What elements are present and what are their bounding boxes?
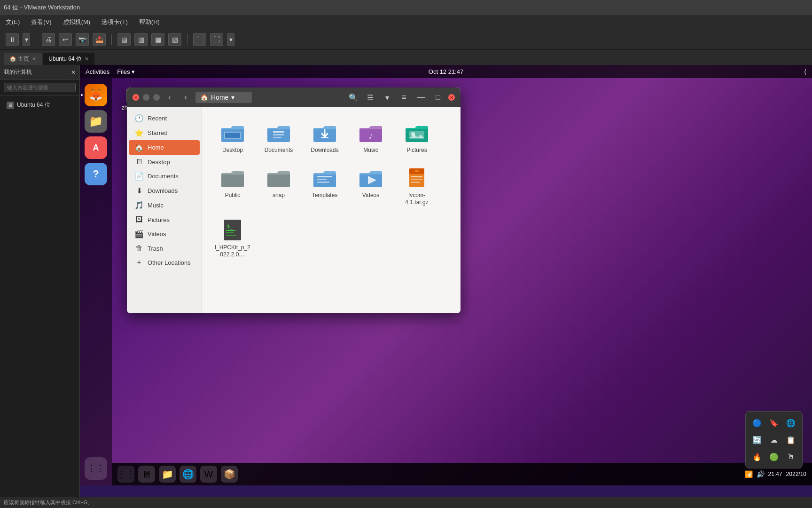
- file-item-public[interactable]: Public: [211, 162, 254, 210]
- file-item-pictures[interactable]: Pictures: [396, 117, 438, 158]
- left-panel-header: 我的计算机 ✕: [0, 65, 79, 80]
- restore-button[interactable]: 📤: [93, 33, 106, 46]
- file-item-music[interactable]: ♪ Music: [350, 117, 392, 158]
- print-button[interactable]: 🖨: [42, 33, 55, 46]
- tray-bookmark-icon[interactable]: 🔖: [766, 415, 781, 430]
- pause-button[interactable]: ⏸: [6, 33, 19, 46]
- sidebar-item-downloads[interactable]: ⬇ Downloads: [129, 183, 200, 198]
- firefox-active-dot: [81, 94, 83, 96]
- activities-button[interactable]: Activities: [86, 68, 109, 75]
- location-bar[interactable]: 🏠 Home ▾: [195, 92, 252, 103]
- sidebar-item-pictures[interactable]: 🖼 Pictures: [129, 213, 200, 227]
- menu-help[interactable]: 帮助(H): [137, 17, 162, 27]
- menu-view[interactable]: 查看(V): [29, 17, 53, 27]
- file-item-templates[interactable]: Templates: [304, 162, 346, 210]
- taskbar-browser-icon[interactable]: 🌐: [180, 466, 196, 483]
- layout3-button[interactable]: ▦: [151, 33, 164, 46]
- view-toggle-button[interactable]: ☰: [364, 91, 377, 104]
- vm-name-label: Ubuntu 64 位: [17, 101, 50, 109]
- search-button[interactable]: 🔍: [347, 91, 360, 104]
- window-minimize-button[interactable]: —: [414, 91, 428, 104]
- videos-folder-icon: [359, 166, 383, 190]
- downloads-icon: ⬇: [134, 186, 144, 195]
- menu-file[interactable]: 文(E): [4, 17, 22, 27]
- file-item-documents[interactable]: Documents: [258, 117, 300, 158]
- taskbar-app-icon[interactable]: 📦: [221, 466, 238, 483]
- dock-icon-appstore[interactable]: A: [85, 136, 107, 159]
- sidebar-item-music[interactable]: 🎵 Music: [129, 198, 200, 213]
- layout2-button[interactable]: ▥: [134, 33, 148, 46]
- vmware-menubar: 文(E) 查看(V) 虚拟机(M) 选项卡(T) 帮助(H): [0, 15, 812, 29]
- maximize-button[interactable]: [153, 94, 160, 101]
- taskbar-word-icon[interactable]: W: [200, 466, 217, 483]
- file-item-downloads[interactable]: Downloads: [304, 117, 346, 158]
- file-item-desktop[interactable]: Desktop: [211, 117, 254, 158]
- layout4-button[interactable]: ▧: [168, 33, 181, 46]
- tray-sync-icon[interactable]: 🔄: [750, 432, 765, 447]
- sidebar-item-desktop[interactable]: 🖥 Desktop: [129, 155, 200, 169]
- tab-ubuntu[interactable]: Ubuntu 64 位 ✕: [43, 53, 94, 65]
- dock-icon-apps[interactable]: ⋮⋮: [85, 457, 107, 480]
- files-icon: 📁: [89, 115, 103, 128]
- fullscreen-dropdown[interactable]: ▾: [227, 33, 234, 46]
- recent-icon: 🕐: [134, 114, 144, 123]
- tab-home[interactable]: 🏠 主页 ✕: [4, 53, 42, 65]
- tray-bluetooth-icon[interactable]: 🔵: [750, 415, 765, 430]
- sidebar-item-other[interactable]: + Other Locations: [129, 255, 200, 270]
- sidebar-item-recent[interactable]: 🕐 Recent: [129, 111, 200, 126]
- desktop-icon-sidebar: 🖥: [134, 158, 144, 166]
- forward-button[interactable]: ›: [180, 91, 192, 103]
- taskbar-vm-icon[interactable]: 🖥: [138, 466, 155, 483]
- tray-cloud-icon[interactable]: ☁: [766, 432, 781, 447]
- file-item-fvcom[interactable]: fvcom-4.1.tar.gz: [396, 162, 438, 210]
- tray-green-icon[interactable]: 🟢: [766, 449, 781, 464]
- fullscreen-button[interactable]: ⛶: [210, 33, 223, 46]
- tray-fire-icon[interactable]: 🔥: [750, 449, 765, 464]
- sidebar-item-starred[interactable]: ⭐ Starred: [129, 126, 200, 140]
- console-button[interactable]: ⬛: [193, 33, 206, 46]
- taskbar-time: 21:47: [768, 471, 782, 477]
- recent-label: Recent: [148, 115, 167, 122]
- desktop-label: Desktop: [148, 159, 170, 166]
- svg-rect-15: [321, 137, 328, 138]
- snap-folder-label: snap: [273, 192, 285, 199]
- dock-icon-files[interactable]: 📁: [85, 110, 107, 133]
- menu-button[interactable]: ≡: [398, 91, 411, 104]
- snapshot-button[interactable]: 📷: [76, 33, 89, 46]
- file-item-hpckit[interactable]: $_ l_HPCKit_p_2022.2.0....: [211, 214, 254, 262]
- home-location-icon: 🏠: [200, 94, 208, 101]
- file-item-videos[interactable]: Videos: [350, 162, 392, 210]
- dock-icon-help[interactable]: ?: [85, 163, 107, 185]
- dock-icon-firefox[interactable]: 🦊: [85, 84, 107, 106]
- toolbar-sep-2: [111, 34, 112, 45]
- sidebar-item-home[interactable]: 🏠 Home: [129, 140, 200, 155]
- window-close-button[interactable]: ✕: [448, 94, 455, 101]
- layout1-button[interactable]: ▤: [117, 33, 131, 46]
- tray-clipboard-icon[interactable]: 📋: [783, 432, 798, 447]
- sidebar-item-trash[interactable]: 🗑 Trash: [129, 241, 200, 255]
- sidebar-item-documents[interactable]: 📄 Documents: [129, 169, 200, 183]
- minimize-button[interactable]: [143, 94, 149, 101]
- left-panel-close[interactable]: ✕: [71, 69, 76, 76]
- file-item-snap[interactable]: snap: [258, 162, 300, 210]
- tab-home-close[interactable]: ✕: [32, 56, 36, 62]
- search-input[interactable]: [4, 83, 76, 92]
- svg-rect-32: [411, 176, 422, 177]
- tab-ubuntu-close[interactable]: ✕: [85, 56, 89, 62]
- revert-button[interactable]: ↩: [59, 33, 72, 46]
- taskbar-grid-icon[interactable]: ⋮⋮: [117, 466, 134, 483]
- taskbar-folder-icon[interactable]: 📁: [159, 466, 176, 483]
- files-menu-button[interactable]: Files ▾: [117, 68, 135, 75]
- back-button[interactable]: ‹: [164, 91, 176, 103]
- menu-vm[interactable]: 虚拟机(M): [61, 17, 93, 27]
- close-button[interactable]: ✕: [133, 94, 139, 101]
- view-option-chevron[interactable]: ▾: [381, 91, 394, 104]
- menu-tabs[interactable]: 选项卡(T): [100, 17, 130, 27]
- vm-list-item[interactable]: 🖥 Ubuntu 64 位: [4, 99, 76, 111]
- window-maximize-button[interactable]: □: [431, 91, 445, 104]
- tray-network-icon[interactable]: 🌐: [783, 415, 798, 430]
- pause-dropdown[interactable]: ▾: [23, 33, 30, 46]
- tray-cursor-icon[interactable]: 🖱: [783, 449, 798, 464]
- topbar-expand-icon[interactable]: ⟨: [804, 68, 806, 75]
- sidebar-item-videos[interactable]: 🎬 Videos: [129, 227, 200, 241]
